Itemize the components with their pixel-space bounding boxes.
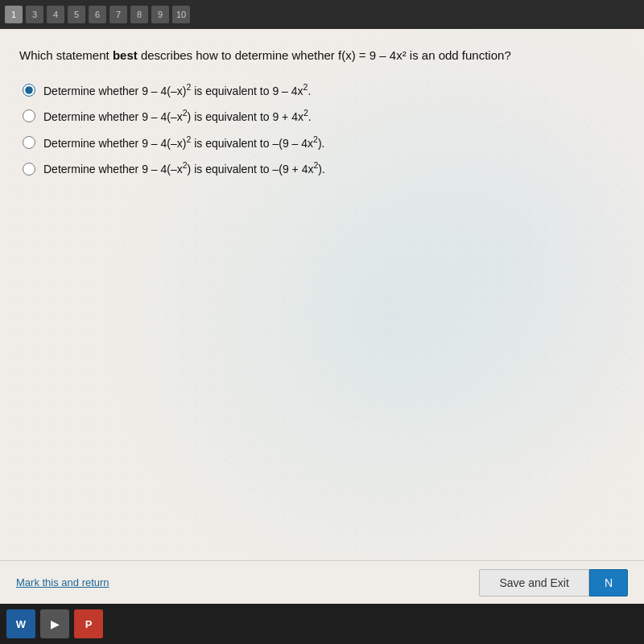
question-text-prefix: Which statement bbox=[19, 48, 113, 62]
radio-3[interactable] bbox=[23, 136, 35, 149]
question-nav-item-6[interactable]: 6 bbox=[89, 6, 106, 23]
option-label-2: Determine whether 9 – 4(–x2) is equivale… bbox=[43, 107, 312, 126]
taskbar-icon-label: P bbox=[85, 618, 93, 630]
option-1[interactable]: Determine whether 9 – 4(–x)2 is equivale… bbox=[23, 81, 625, 100]
radio-1[interactable] bbox=[23, 84, 35, 97]
radio-2[interactable] bbox=[23, 109, 35, 122]
mark-return-link[interactable]: Mark this and return bbox=[16, 576, 109, 588]
option-label-1: Determine whether 9 – 4(–x)2 is equivale… bbox=[43, 81, 311, 100]
question-nav-item-9[interactable]: 9 bbox=[151, 6, 169, 23]
question-content: Which statement best describes how to de… bbox=[0, 29, 644, 191]
bottom-right-buttons: Save and Exit N bbox=[479, 569, 628, 597]
taskbar-icon-label: ▶ bbox=[51, 618, 59, 630]
question-text: Which statement best describes how to de… bbox=[19, 47, 625, 65]
save-exit-button[interactable]: Save and Exit bbox=[479, 569, 588, 597]
radio-4[interactable] bbox=[23, 163, 35, 175]
option-2[interactable]: Determine whether 9 – 4(–x2) is equivale… bbox=[23, 107, 625, 126]
question-nav-item-3[interactable]: 3 bbox=[26, 6, 43, 23]
option-label-3: Determine whether 9 – 4(–x)2 is equivale… bbox=[43, 134, 324, 152]
option-4[interactable]: Determine whether 9 – 4(–x2) is equivale… bbox=[23, 159, 625, 178]
option-3[interactable]: Determine whether 9 – 4(–x)2 is equivale… bbox=[23, 134, 625, 152]
taskbar-powerpoint-icon[interactable]: P bbox=[74, 609, 103, 638]
question-nav-item-4[interactable]: 4 bbox=[47, 6, 64, 23]
question-text-suffix: describes how to determine whether f(x) … bbox=[138, 48, 511, 62]
question-nav-item-1[interactable]: 1 bbox=[5, 6, 23, 23]
question-nav-item-7[interactable]: 7 bbox=[109, 6, 127, 23]
taskbar: W▶P bbox=[0, 604, 644, 644]
taskbar-folder-icon[interactable]: ▶ bbox=[40, 609, 69, 638]
bottom-bar: Mark this and return Save and Exit N bbox=[0, 560, 644, 604]
question-nav-item-10[interactable]: 10 bbox=[172, 6, 190, 23]
question-nav-bar: 1345678910 bbox=[0, 0, 644, 29]
question-nav-item-5[interactable]: 5 bbox=[68, 6, 85, 23]
next-button[interactable]: N bbox=[589, 569, 628, 597]
option-label-4: Determine whether 9 – 4(–x2) is equivale… bbox=[43, 159, 325, 178]
options-list: Determine whether 9 – 4(–x)2 is equivale… bbox=[19, 81, 625, 179]
question-nav-item-8[interactable]: 8 bbox=[130, 6, 148, 23]
taskbar-icon-label: W bbox=[16, 618, 26, 630]
taskbar-word-icon[interactable]: W bbox=[6, 609, 35, 638]
question-bold: best bbox=[113, 48, 138, 62]
quiz-area: Which statement best describes how to de… bbox=[0, 29, 644, 560]
